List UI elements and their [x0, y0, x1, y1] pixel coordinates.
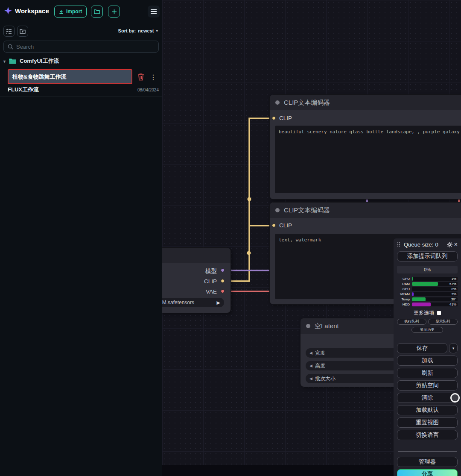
node-clip-text-encode-positive[interactable]: CLIP文本编码器 CLIP beautiful scenery nature …	[270, 95, 461, 199]
import-button[interactable]: Import	[54, 6, 87, 18]
workspace-logo-icon	[4, 7, 12, 15]
ckpt-name-value: CM.safetensors	[162, 300, 194, 306]
folder-icon	[94, 9, 100, 14]
workflow-item-selected[interactable]: 植物&食物跳舞工作流	[8, 69, 132, 84]
delete-workflow-icon[interactable]	[137, 73, 144, 81]
add-folder-button[interactable]	[17, 26, 28, 37]
import-icon	[59, 9, 64, 14]
multi-select-button[interactable]	[3, 26, 15, 37]
tree-folder-comfyui[interactable]: ▾ ComfyUI工作流	[3, 57, 59, 65]
workflow-item-name: FLUX工作流	[8, 86, 39, 94]
search-icon	[8, 44, 13, 50]
panel-divider	[398, 451, 457, 452]
menu-toggle-button[interactable]	[148, 6, 160, 18]
widget-next-arrow[interactable]: ▶	[217, 300, 220, 306]
view-queue-button[interactable]: 显示队列	[428, 319, 458, 325]
node-checkpoint-loader-header[interactable]	[162, 248, 230, 263]
clip1-input-port[interactable]	[272, 116, 276, 120]
switch-language-button[interactable]: 切换语言	[397, 430, 458, 440]
new-workflow-button[interactable]	[108, 6, 120, 18]
checklist-icon	[6, 29, 12, 34]
workspace-brand-label: Workspace	[15, 7, 49, 15]
progress-bar: 0%	[397, 266, 458, 273]
output-clip-label: CLIP	[204, 278, 217, 285]
sort-control[interactable]: Sort by: newest ▾	[118, 28, 158, 33]
folder-plus-icon	[20, 29, 26, 34]
workspace-brand: Workspace	[4, 7, 49, 15]
node-clip1-title: CLIP文本编码器	[284, 99, 330, 107]
save-button[interactable]: 保存	[397, 343, 447, 353]
load-default-button[interactable]: 加载默认	[397, 405, 458, 415]
stat-row: CPU 1%	[397, 276, 458, 281]
widget-prev-arrow[interactable]: ◀	[309, 376, 312, 381]
settings-gear-icon[interactable]	[447, 242, 452, 247]
reset-view-button[interactable]: 重置视图	[397, 417, 458, 428]
search-box[interactable]	[3, 41, 159, 53]
output-clip: CLIP	[204, 278, 217, 285]
drag-handle-icon[interactable]	[397, 242, 400, 247]
ckpt-name-widget[interactable]: CM.safetensors ▶	[162, 298, 224, 307]
save-dropdown-button[interactable]: ▾	[449, 343, 458, 353]
more-options-label: 更多选项	[414, 309, 434, 317]
chevron-down-icon: ▾	[156, 29, 158, 33]
share-button[interactable]: 分享	[397, 469, 458, 476]
workflow-item-flux[interactable]: FLUX工作流 08/04/2024	[8, 86, 159, 94]
refresh-button[interactable]: 刷新	[397, 368, 458, 378]
new-folder-button[interactable]	[91, 6, 103, 18]
stat-row: Temp 30°	[397, 297, 458, 302]
node-checkpoint-loader[interactable]: 模型 CLIP VAE CM.safetensors ▶	[162, 248, 230, 313]
chevron-down-icon[interactable]: ▾	[3, 59, 6, 64]
stat-row: GPU 0%	[397, 286, 458, 291]
output-vae-port[interactable]	[221, 289, 225, 293]
output-clip-port[interactable]	[221, 279, 225, 283]
clip1-prompt-textarea[interactable]: beautiful scenery nature glass bottle la…	[275, 126, 461, 193]
node-clip2-header[interactable]: CLIP文本编码器	[270, 203, 461, 218]
stat-row: HDD 41%	[397, 302, 458, 307]
search-input[interactable]	[16, 44, 155, 50]
system-stats: CPU 1% RAM 57% GPU 0% VRAM	[397, 276, 458, 307]
app-window: 模型 CLIP VAE CM.safetensors ▶ CLIP文本编码器	[0, 0, 461, 476]
latent-batch-label: 批次大小	[315, 375, 336, 382]
collapse-dot-icon[interactable]	[275, 100, 280, 105]
load-button[interactable]: 加载	[397, 356, 458, 366]
sidebar-divider	[0, 97, 162, 97]
node-latent-title: 空Latent	[315, 322, 339, 330]
sort-by-label: Sort by:	[118, 28, 136, 33]
workflow-more-menu-icon[interactable]: ⋮	[150, 73, 157, 81]
node-clip1-header[interactable]: CLIP文本编码器	[270, 95, 461, 110]
node-clip2-title: CLIP文本编码器	[284, 206, 330, 214]
tree-folder-label: ComfyUI工作流	[20, 57, 59, 65]
manager-button[interactable]: 管理器	[397, 457, 458, 467]
hamburger-icon	[150, 9, 157, 14]
widget-prev-arrow[interactable]: ◀	[309, 364, 312, 368]
output-vae: VAE	[206, 288, 217, 295]
close-panel-icon[interactable]: ×	[454, 241, 458, 248]
workflow-item-name: 植物&食物跳舞工作流	[12, 73, 66, 81]
clipspace-button[interactable]: 剪贴空间	[397, 380, 458, 391]
output-vae-label: VAE	[206, 288, 217, 295]
more-options-checkbox[interactable]	[437, 311, 441, 315]
collapse-dot-icon[interactable]	[275, 208, 280, 212]
queue-size-label: Queue size:	[404, 241, 433, 248]
output-model-port[interactable]	[221, 268, 225, 272]
import-button-label: Import	[66, 9, 82, 15]
node-graph-canvas[interactable]: 模型 CLIP VAE CM.safetensors ▶ CLIP文本编码器	[162, 0, 461, 476]
folder-icon	[9, 58, 16, 64]
clip2-input-port[interactable]	[272, 223, 276, 227]
view-history-button[interactable]: 显示历史	[411, 327, 443, 333]
clear-button[interactable]: 清除	[397, 393, 458, 403]
output-model: 模型	[205, 267, 217, 275]
sort-value: newest	[138, 28, 154, 33]
stat-row: RAM 57%	[397, 281, 458, 286]
collapse-dot-icon[interactable]	[306, 324, 310, 328]
output-model-label: 模型	[205, 267, 217, 275]
widget-prev-arrow[interactable]: ◀	[309, 351, 312, 355]
clip2-input: CLIP	[272, 222, 292, 229]
queue-size-value: 0	[435, 241, 438, 248]
comfyui-menu-panel: Queue size: 0 × 添加提示词队列 0%	[394, 238, 461, 476]
workspace-sidebar: Workspace Import	[0, 0, 162, 476]
queue-prompt-button[interactable]: 添加提示词队列	[397, 251, 458, 262]
queue-front-button[interactable]: 执行队列	[397, 319, 426, 325]
latent-height-label: 高度	[315, 362, 325, 370]
floating-settings-button[interactable]	[450, 393, 460, 403]
